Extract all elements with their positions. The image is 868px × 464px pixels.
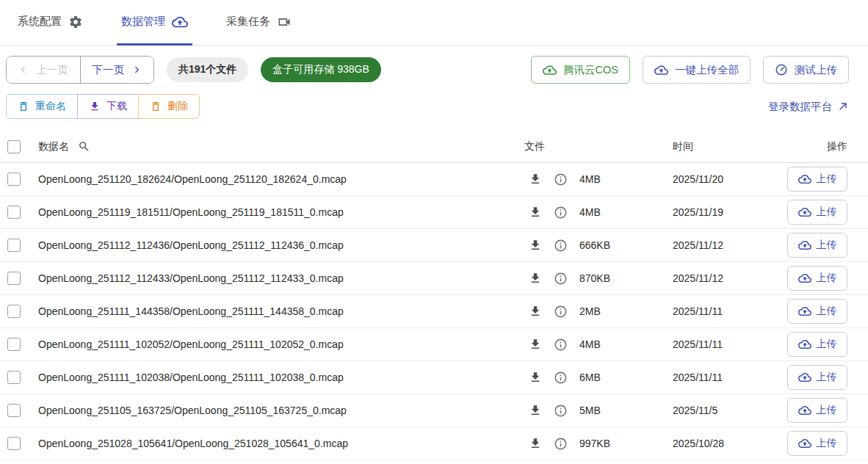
operation-cell: 上传	[783, 200, 847, 225]
row-upload-label: 上传	[817, 437, 837, 450]
next-page-button[interactable]: 下一页	[81, 57, 154, 83]
row-upload-label: 上传	[817, 338, 837, 351]
download-icon[interactable]	[529, 206, 542, 219]
download-icon[interactable]	[529, 404, 542, 417]
info-icon[interactable]	[554, 371, 568, 385]
info-icon[interactable]	[554, 272, 568, 286]
info-icon[interactable]	[554, 173, 568, 186]
delete-button[interactable]: 删除	[138, 94, 200, 119]
row-upload-button[interactable]: 上传	[787, 365, 847, 390]
data-management-page: 系统配置 数据管理 采集任务 上一页	[0, 0, 868, 460]
row-upload-button[interactable]: 上传	[787, 266, 847, 291]
row-upload-button[interactable]: 上传	[787, 431, 847, 456]
tab-data-management[interactable]: 数据管理	[117, 0, 192, 46]
download-label: 下载	[106, 100, 127, 113]
download-icon[interactable]	[529, 338, 542, 351]
row-checkbox[interactable]	[7, 272, 21, 285]
row-upload-button[interactable]: 上传	[787, 233, 847, 258]
info-icon[interactable]	[554, 338, 568, 352]
row-upload-label: 上传	[817, 305, 837, 318]
pagination: 上一页 下一页	[6, 56, 154, 84]
header-time-cell: 时间	[665, 140, 783, 153]
row-checkbox[interactable]	[7, 173, 21, 186]
download-icon[interactable]	[529, 272, 542, 285]
cloud-upload-icon	[798, 371, 811, 384]
file-cell: 666KB	[518, 239, 665, 253]
row-upload-button[interactable]: 上传	[787, 398, 847, 423]
operation-cell: 上传	[783, 233, 847, 258]
row-upload-button[interactable]: 上传	[787, 299, 847, 324]
download-icon[interactable]	[529, 437, 542, 450]
download-icon[interactable]	[529, 173, 542, 186]
download-icon[interactable]	[529, 239, 542, 252]
test-upload-button[interactable]: 测试上传	[763, 56, 849, 84]
row-checkbox-cell	[7, 305, 21, 318]
tencent-cos-button[interactable]: 腾讯云COS	[531, 56, 630, 84]
row-checkbox-cell	[7, 338, 21, 351]
row-checkbox[interactable]	[7, 371, 21, 384]
row-checkbox-cell	[7, 272, 21, 285]
info-icon[interactable]	[554, 305, 568, 319]
download-icon[interactable]	[529, 371, 542, 384]
row-checkbox[interactable]	[7, 404, 21, 417]
file-table: 数据名 文件 时间 操作 OpenLoong_251120_182624/Ope…	[0, 131, 868, 460]
trash-icon	[150, 101, 162, 112]
table-row: OpenLoong_251028_105641/OpenLoong_251028…	[0, 427, 868, 460]
storage-badge: 盒子可用存储 938GB	[261, 57, 380, 82]
info-icon[interactable]	[554, 437, 568, 451]
table-row: OpenLoong_251111_144358/OpenLoong_251111…	[0, 295, 868, 328]
table-body: OpenLoong_251120_182624/OpenLoong_251120…	[0, 163, 868, 460]
file-cell: 4MB	[518, 173, 665, 186]
external-link-icon	[837, 101, 849, 112]
tab-system-config[interactable]: 系统配置	[13, 0, 87, 46]
download-icon[interactable]	[529, 305, 542, 318]
bulk-actions-group: 重命名 下载 删除	[6, 94, 200, 119]
row-checkbox-cell	[7, 437, 21, 450]
row-checkbox[interactable]	[7, 437, 21, 450]
cloud-upload-icon	[172, 14, 188, 30]
search-icon[interactable]	[78, 140, 90, 153]
download-icon	[89, 101, 101, 112]
row-checkbox-cell	[7, 404, 21, 417]
row-upload-label: 上传	[817, 173, 837, 186]
cloud-upload-icon	[654, 63, 668, 77]
table-row: OpenLoong_251120_182624/OpenLoong_251120…	[0, 163, 868, 196]
row-checkbox[interactable]	[7, 305, 21, 318]
prev-page-button[interactable]: 上一页	[7, 57, 81, 83]
file-date: 2025/10/28	[665, 438, 783, 449]
upload-all-label: 一键上传全部	[675, 63, 739, 77]
file-cell: 870KB	[518, 272, 665, 286]
operation-cell: 上传	[783, 365, 847, 390]
test-upload-label: 测试上传	[795, 63, 837, 77]
download-button[interactable]: 下载	[77, 94, 139, 119]
file-name: OpenLoong_251111_102038/OpenLoong_251111…	[38, 371, 518, 383]
info-icon[interactable]	[554, 404, 568, 418]
info-icon[interactable]	[554, 206, 568, 220]
select-all-checkbox[interactable]	[7, 140, 21, 153]
info-icon[interactable]	[554, 239, 568, 253]
header-time-label: 时间	[673, 140, 693, 152]
upload-all-button[interactable]: 一键上传全部	[643, 56, 751, 84]
row-checkbox[interactable]	[7, 206, 21, 219]
row-checkbox[interactable]	[7, 239, 21, 252]
row-checkbox-cell	[7, 173, 21, 186]
rename-button[interactable]: 重命名	[6, 94, 78, 119]
file-date: 2025/11/19	[665, 206, 783, 218]
operation-cell: 上传	[783, 398, 847, 423]
file-date: 2025/11/11	[665, 371, 783, 383]
row-upload-button[interactable]: 上传	[787, 332, 847, 357]
file-cell: 6MB	[518, 371, 665, 385]
file-name: OpenLoong_251111_144358/OpenLoong_251111…	[38, 305, 518, 317]
file-date: 2025/11/11	[665, 338, 783, 350]
row-upload-button[interactable]: 上传	[787, 167, 847, 192]
file-size: 4MB	[579, 338, 601, 350]
login-data-platform-label: 登录数据平台	[768, 100, 832, 114]
header-operation-label: 操作	[827, 140, 847, 153]
row-upload-button[interactable]: 上传	[787, 200, 847, 225]
cloud-upload-icon	[798, 305, 811, 318]
cloud-upload-icon	[543, 63, 557, 77]
row-checkbox[interactable]	[7, 338, 21, 351]
table-header-row: 数据名 文件 时间 操作	[0, 131, 868, 163]
tab-collection-task[interactable]: 采集任务	[222, 0, 296, 46]
login-data-platform-link[interactable]: 登录数据平台	[768, 100, 849, 114]
